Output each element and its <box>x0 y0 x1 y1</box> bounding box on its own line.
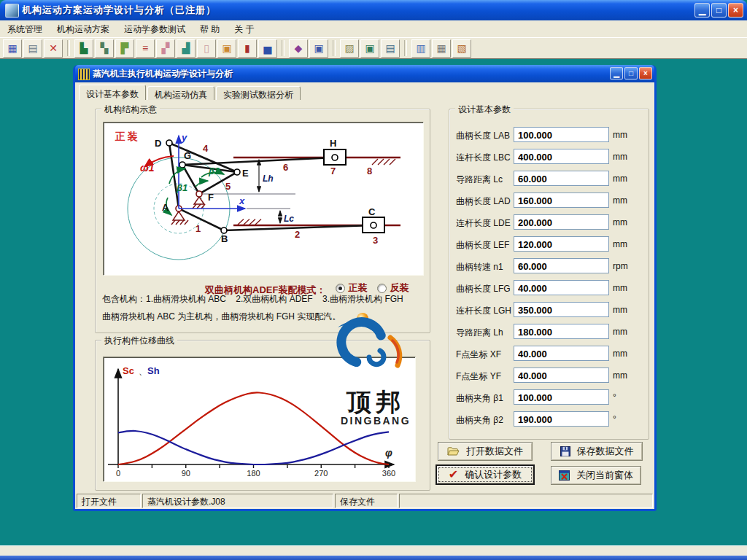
param-input-10[interactable] <box>514 324 609 339</box>
link-1: 1 <box>196 223 201 234</box>
param-input-9[interactable] <box>514 302 609 317</box>
computer-button[interactable]: ▥ <box>411 39 430 58</box>
param-unit: mm <box>613 283 627 293</box>
child-close-button[interactable]: × <box>639 67 652 79</box>
monitor-sim-button[interactable]: ▣ <box>360 39 379 58</box>
floppy-disk-icon <box>560 446 570 456</box>
chart-canvas: Sc 、 Sh φ 090180270360 <box>103 357 416 482</box>
ram-test-button[interactable]: ▦ <box>432 39 451 58</box>
print-icon: ▤ <box>28 43 37 53</box>
link-6: 6 <box>283 162 288 173</box>
param-input-13[interactable] <box>514 389 609 405</box>
menu-item-1[interactable]: 系统管理 <box>0 20 50 37</box>
param-label: 导路距离 Lc <box>456 174 503 186</box>
param-unit: ° <box>613 392 616 402</box>
door-exit-button[interactable]: ▮ <box>238 39 257 58</box>
menu-item-5[interactable]: 关 于 <box>227 20 261 37</box>
crank-slider-button[interactable]: ▙ <box>74 39 93 58</box>
param-unit: mm <box>613 174 627 184</box>
param-label: 曲柄转速 n1 <box>456 261 503 273</box>
cam-cylinder-button[interactable]: ▣ <box>217 39 236 58</box>
param-label: 连杆长度 LBC <box>456 152 511 164</box>
monitor-curve-button[interactable]: ▣ <box>309 39 328 58</box>
param-row: 连杆长度 LDEmm <box>449 214 649 230</box>
menu-item-3[interactable]: 运动学参数测试 <box>117 20 193 37</box>
param-input-6[interactable] <box>514 236 609 252</box>
param-input-2[interactable] <box>514 149 609 164</box>
child-window-controls: ▁ □ × <box>610 67 652 79</box>
cam-cylinder-icon: ▣ <box>222 43 231 53</box>
param-row: 曲柄夹角 β1° <box>449 389 649 405</box>
svg-text:180: 180 <box>247 469 260 478</box>
child-minimize-button[interactable]: ▁ <box>610 67 623 79</box>
param-input-1[interactable] <box>514 127 609 142</box>
close-button[interactable]: × <box>728 3 743 18</box>
point-C: C <box>368 206 376 217</box>
param-input-12[interactable] <box>514 368 609 383</box>
menu-item-4[interactable]: 帮 助 <box>193 20 227 37</box>
param-input-5[interactable] <box>514 214 609 230</box>
beta1-label: β1 <box>176 182 187 193</box>
point-F: F <box>208 192 214 203</box>
book-button[interactable]: ◆ <box>289 39 308 58</box>
open-folder-icon <box>447 446 460 456</box>
print-button[interactable]: ▤ <box>23 39 42 58</box>
form-edit-icon: ▨ <box>344 43 354 53</box>
y-axis-label: y <box>181 132 187 143</box>
clipboard-icon: ▧ <box>457 43 466 53</box>
tab-2[interactable]: 机构运动仿真 <box>147 86 214 100</box>
param-label: 曲柄长度 LAB <box>456 130 510 142</box>
form-edit-button[interactable]: ▨ <box>340 39 359 58</box>
phi-axis-label: φ <box>385 447 392 459</box>
tab-1[interactable]: 设计基本参数 <box>79 85 146 100</box>
open-data-file-button[interactable]: 打开数据文件 <box>438 442 533 461</box>
point-E: E <box>242 168 249 179</box>
child-maximize-button[interactable]: □ <box>624 67 638 79</box>
confirm-parameters-button[interactable]: ✔ 确认设计参数 <box>436 464 535 485</box>
param-input-14[interactable] <box>514 411 609 427</box>
restore-button[interactable]: □ <box>711 3 727 18</box>
piston-icon: ▯ <box>204 43 209 53</box>
child-title: 蒸汽机主执行机构运动学设计与分析 <box>93 68 233 80</box>
point-B: B <box>221 233 228 244</box>
cam-mechanism-button[interactable]: ▛ <box>115 39 134 58</box>
clipboard-button[interactable]: ▧ <box>452 39 471 58</box>
param-input-11[interactable] <box>514 346 609 361</box>
mechanism-diagram: 正装 ω1 β1 β2 x y Lh Lc D G E F A B <box>104 122 423 275</box>
link-3: 3 <box>373 235 378 246</box>
org-chart-button[interactable]: ▦ <box>3 39 22 58</box>
bar-linkage-button[interactable]: ▅ <box>258 39 277 58</box>
menu-item-2[interactable]: 机构运动方案 <box>50 20 117 37</box>
mode-label: 正装 <box>115 131 140 142</box>
app-statusbar <box>0 545 747 556</box>
child-titlebar: 蒸汽机主执行机构运动学设计与分析 ▁ □ × <box>75 65 654 82</box>
delete-icon: ✕ <box>49 43 58 53</box>
param-input-3[interactable] <box>514 171 609 186</box>
param-label: 曲柄长度 LAD <box>456 195 511 208</box>
save-data-file-label: 保存数据文件 <box>577 445 634 458</box>
mechanism-canvas: 正装 ω1 β1 β2 x y Lh Lc D G E F A B <box>103 122 424 276</box>
param-input-7[interactable] <box>514 258 609 273</box>
linkage-teal-button[interactable]: ▟ <box>177 39 196 58</box>
piston-button[interactable]: ▯ <box>197 39 216 58</box>
child-window-icon <box>78 69 90 80</box>
included-mechanisms-line1: 包含机构：1.曲柄滑块机构 ABC 2.双曲柄机构 ADEF 3.曲柄滑块机构 … <box>102 293 426 306</box>
param-unit: mm <box>613 195 627 206</box>
linkage-pink-button[interactable]: ▞ <box>156 39 175 58</box>
link-2: 2 <box>295 229 300 240</box>
param-label: 曲柄夹角 β2 <box>456 414 503 427</box>
minimize-button[interactable]: ▁ <box>694 3 710 18</box>
param-unit: ° <box>613 414 616 424</box>
guide-rails-button[interactable]: ≡ <box>136 39 155 58</box>
save-data-file-button[interactable]: 保存数据文件 <box>551 442 643 461</box>
slider-guide-button[interactable]: ▚ <box>95 39 114 58</box>
monitor-data-button[interactable]: ▤ <box>381 39 400 58</box>
param-input-8[interactable] <box>514 280 609 295</box>
tab-3[interactable]: 实验测试数据分析 <box>216 86 301 100</box>
param-input-4[interactable] <box>514 192 609 208</box>
param-unit: mm <box>613 152 627 162</box>
delete-button[interactable]: ✕ <box>44 39 63 58</box>
included-mechanisms-line2: 曲柄滑块机构 ABC 为主机构，曲柄滑块机构 FGH 实现配汽。 <box>102 311 426 323</box>
param-row: F点坐标 XFmm <box>449 346 649 362</box>
close-window-button[interactable]: 关闭当前窗体 <box>551 466 641 485</box>
